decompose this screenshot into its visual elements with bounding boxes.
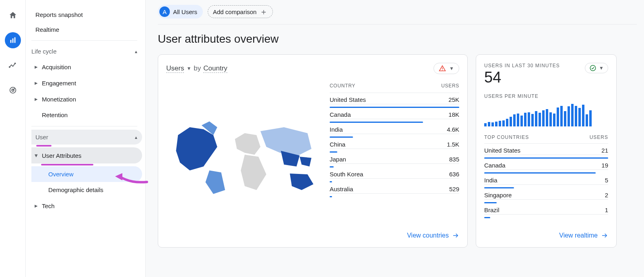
spark-bar — [499, 121, 501, 126]
chevron-down-icon: ▼ — [186, 66, 191, 71]
table-row[interactable]: United States25K — [330, 93, 459, 104]
arrow-right-icon — [452, 232, 459, 239]
spark-bar — [520, 116, 523, 126]
table-row[interactable]: India5 — [484, 174, 608, 185]
spark-bar — [528, 112, 530, 126]
add-comparison-button[interactable]: Add comparison ＋ — [208, 5, 273, 18]
sidebar-item-user-attributes[interactable]: ▾User Attributes — [31, 147, 142, 163]
spark-bar — [575, 106, 577, 126]
spark-bar — [589, 110, 592, 126]
spark-bar — [517, 114, 519, 126]
divider — [31, 126, 137, 126]
table-head-users: USERS — [441, 83, 459, 89]
metric-selector[interactable]: Users — [166, 64, 184, 73]
table-row[interactable]: China1.5K — [330, 138, 459, 149]
svg-rect-0 — [10, 40, 11, 43]
sidebar-reports-snapshot[interactable]: Reports snapshot — [31, 7, 142, 22]
spark-bar — [542, 110, 545, 126]
chevron-down-icon: ▼ — [599, 65, 604, 71]
target-icon[interactable] — [5, 82, 21, 98]
top-countries-label: TOP COUNTRIES — [484, 134, 529, 140]
users-per-minute-label: USERS PER MINUTE — [484, 93, 608, 99]
table-row[interactable]: Canada19 — [484, 159, 608, 170]
view-realtime-link[interactable]: View realtime — [559, 232, 608, 239]
spark-bar — [539, 113, 541, 126]
comparison-pill-all-users[interactable]: A All Users — [158, 5, 203, 19]
bar — [330, 196, 332, 197]
status-pill[interactable]: ▼ — [585, 63, 608, 73]
spark-bar — [557, 107, 559, 126]
annotation-underline — [36, 145, 52, 147]
check-circle-icon — [589, 64, 597, 72]
plus-icon: ＋ — [260, 8, 268, 16]
svg-rect-1 — [12, 38, 13, 43]
spark-bar — [535, 111, 537, 126]
table-row[interactable]: Japan835 — [330, 153, 459, 164]
spark-bar — [484, 123, 487, 126]
page-title: User attributes overview — [158, 25, 637, 54]
chevron-down-icon: ▼ — [449, 66, 454, 71]
spark-bar — [531, 114, 534, 126]
annotation-underline — [41, 164, 93, 165]
spark-bar — [549, 112, 552, 126]
svg-point-9 — [590, 65, 596, 71]
table-row[interactable]: United States21 — [484, 144, 608, 155]
spark-bar — [488, 122, 490, 126]
sidebar-item-overview[interactable]: Overview — [31, 166, 142, 182]
sidebar-section-lifecycle[interactable]: Life cycle ▴ — [31, 44, 142, 59]
sidebar-item-tech[interactable]: ▸Tech — [31, 198, 142, 214]
reports-icon[interactable] — [5, 32, 21, 48]
dimension-selector[interactable]: Country — [203, 64, 227, 73]
spark-bar — [510, 117, 512, 126]
spark-bar — [568, 106, 570, 126]
world-map — [166, 83, 323, 226]
sparkline-chart — [484, 104, 608, 126]
table-row[interactable]: Australia529 — [330, 182, 459, 194]
sidebar-item-demographic-details[interactable]: Demographic details — [31, 182, 142, 198]
arrow-right-icon — [601, 232, 608, 239]
country-table: COUNTRY USERS United States25KCanada18KI… — [330, 83, 459, 226]
comparison-badge: A — [159, 6, 170, 17]
sidebar-realtime[interactable]: Realtime — [31, 22, 142, 37]
spark-bar — [560, 106, 563, 126]
view-countries-link[interactable]: View countries — [407, 232, 459, 239]
explore-icon[interactable] — [5, 57, 21, 73]
home-icon[interactable] — [5, 7, 21, 23]
table-row[interactable]: India4.6K — [330, 123, 459, 134]
table-row[interactable]: Singapore2 — [484, 188, 608, 200]
table-row[interactable]: Canada18K — [330, 108, 459, 119]
svg-rect-8 — [442, 70, 443, 70]
chevron-up-icon: ▴ — [135, 49, 137, 54]
spark-bar — [571, 104, 574, 126]
sidebar-item-acquisition[interactable]: ▸Acquisition — [31, 59, 142, 75]
table-head-country: COUNTRY — [330, 83, 355, 89]
caret-right-icon: ▸ — [35, 79, 38, 87]
svg-point-4 — [14, 63, 15, 64]
warning-pill[interactable]: ▼ — [433, 63, 459, 74]
spark-bar — [524, 113, 526, 126]
divider — [31, 40, 137, 41]
icon-rail — [0, 0, 26, 277]
svg-rect-2 — [14, 37, 15, 43]
spark-bar — [495, 122, 497, 126]
sidebar-item-retention[interactable]: Retention — [31, 107, 142, 123]
caret-right-icon: ▸ — [35, 63, 38, 70]
caret-right-icon: ▸ — [35, 95, 38, 103]
comparison-label: All Users — [173, 8, 197, 15]
table-row[interactable]: Brazil1 — [484, 203, 608, 215]
table-row[interactable]: South Korea636 — [330, 167, 459, 179]
sidebar: Reports snapshot Realtime Life cycle ▴ ▸… — [26, 0, 146, 277]
spark-bar — [506, 119, 508, 126]
sidebar-item-engagement[interactable]: ▸Engagement — [31, 75, 142, 91]
sidebar-section-user[interactable]: User ▴ — [31, 130, 142, 145]
realtime-value: 54 — [484, 69, 560, 86]
caret-down-icon: ▾ — [35, 152, 38, 159]
spark-bar — [578, 108, 581, 126]
comparison-bar: A All Users Add comparison ＋ — [158, 5, 637, 25]
sidebar-item-monetization[interactable]: ▸Monetization — [31, 91, 142, 107]
spark-bar — [546, 109, 548, 126]
map-card-title: Users ▼ by Country — [166, 64, 227, 73]
sidebar-section-label: User — [35, 134, 48, 141]
warning-icon — [439, 65, 446, 72]
svg-rect-7 — [442, 68, 443, 69]
